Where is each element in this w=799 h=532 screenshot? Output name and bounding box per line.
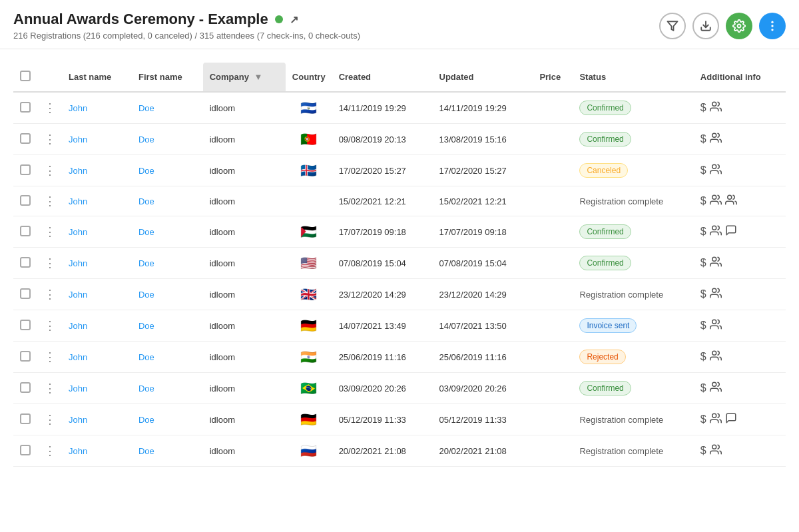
row-first-name[interactable]: Doe xyxy=(132,404,203,435)
row-menu-cell[interactable]: ⋮ xyxy=(37,124,62,155)
row-last-name[interactable]: John xyxy=(62,373,132,404)
row-checkbox-cell[interactable] xyxy=(13,373,37,404)
people-icon[interactable] xyxy=(710,443,722,458)
people-icon[interactable] xyxy=(710,287,722,302)
row-first-name[interactable]: Doe xyxy=(132,248,203,279)
row-checkbox[interactable] xyxy=(20,445,31,455)
row-first-name[interactable]: Doe xyxy=(132,124,203,155)
col-first-name[interactable]: First name xyxy=(132,63,203,92)
more-button[interactable] xyxy=(759,13,786,39)
row-menu-cell[interactable]: ⋮ xyxy=(37,279,62,310)
settings-button[interactable] xyxy=(726,13,752,39)
row-menu-dots[interactable]: ⋮ xyxy=(44,444,55,457)
last-name-link[interactable]: John xyxy=(69,103,87,113)
row-last-name[interactable]: John xyxy=(62,435,132,467)
row-last-name[interactable]: John xyxy=(62,186,132,216)
people-icon[interactable] xyxy=(710,381,722,396)
people-icon[interactable] xyxy=(710,318,722,333)
dollar-icon[interactable]: $ xyxy=(700,320,706,332)
dollar-icon[interactable]: $ xyxy=(700,382,706,394)
row-menu-cell[interactable]: ⋮ xyxy=(37,310,62,342)
dollar-icon[interactable]: $ xyxy=(700,164,706,176)
row-first-name[interactable]: Doe xyxy=(132,373,203,404)
external-link-icon[interactable]: ↗ xyxy=(290,13,298,26)
row-checkbox-cell[interactable] xyxy=(13,310,37,342)
row-menu-cell[interactable]: ⋮ xyxy=(37,216,62,248)
row-menu-dots[interactable]: ⋮ xyxy=(44,288,55,301)
row-menu-dots[interactable]: ⋮ xyxy=(44,256,55,270)
dollar-icon[interactable]: $ xyxy=(700,257,706,269)
col-company[interactable]: Company ▼ xyxy=(203,63,286,92)
row-menu-cell[interactable]: ⋮ xyxy=(37,404,62,435)
row-first-name[interactable]: Doe xyxy=(132,92,203,124)
row-first-name[interactable]: Doe xyxy=(132,186,203,216)
row-checkbox[interactable] xyxy=(20,413,31,424)
people-icon[interactable] xyxy=(710,224,722,239)
first-name-link[interactable]: Doe xyxy=(138,258,154,268)
col-updated[interactable]: Updated xyxy=(433,63,533,92)
row-checkbox[interactable] xyxy=(20,226,31,236)
row-last-name[interactable]: John xyxy=(62,279,132,310)
last-name-link[interactable]: John xyxy=(69,290,87,300)
row-last-name[interactable]: John xyxy=(62,342,132,373)
row-checkbox-cell[interactable] xyxy=(13,404,37,435)
col-additional-info[interactable]: Additional info xyxy=(694,63,786,92)
row-menu-dots[interactable]: ⋮ xyxy=(44,101,55,115)
export-button[interactable] xyxy=(692,13,719,39)
last-name-link[interactable]: John xyxy=(69,227,87,237)
row-menu-cell[interactable]: ⋮ xyxy=(37,92,62,124)
row-first-name[interactable]: Doe xyxy=(132,279,203,310)
row-last-name[interactable]: John xyxy=(62,92,132,124)
row-last-name[interactable]: John xyxy=(62,216,132,248)
row-checkbox-cell[interactable] xyxy=(13,155,37,186)
people-icon[interactable] xyxy=(710,412,722,427)
row-checkbox-cell[interactable] xyxy=(13,186,37,216)
row-first-name[interactable]: Doe xyxy=(132,342,203,373)
row-last-name[interactable]: John xyxy=(62,124,132,155)
first-name-link[interactable]: Doe xyxy=(138,166,154,176)
row-checkbox[interactable] xyxy=(20,164,31,175)
first-name-link[interactable]: Doe xyxy=(138,384,154,394)
people-icon[interactable] xyxy=(710,163,722,178)
first-name-link[interactable]: Doe xyxy=(138,134,154,144)
people-group-icon[interactable] xyxy=(710,194,722,208)
dollar-icon[interactable]: $ xyxy=(700,133,706,145)
col-price[interactable]: Price xyxy=(533,63,573,92)
last-name-link[interactable]: John xyxy=(69,196,87,206)
dollar-icon[interactable]: $ xyxy=(700,288,706,300)
row-menu-dots[interactable]: ⋮ xyxy=(44,133,55,146)
row-menu-cell[interactable]: ⋮ xyxy=(37,435,62,467)
first-name-link[interactable]: Doe xyxy=(138,227,154,237)
row-last-name[interactable]: John xyxy=(62,155,132,186)
row-menu-cell[interactable]: ⋮ xyxy=(37,342,62,373)
row-checkbox-cell[interactable] xyxy=(13,435,37,467)
last-name-link[interactable]: John xyxy=(69,384,87,394)
first-name-link[interactable]: Doe xyxy=(138,446,154,456)
row-menu-dots[interactable]: ⋮ xyxy=(44,350,55,364)
row-last-name[interactable]: John xyxy=(62,404,132,435)
col-last-name[interactable]: Last name xyxy=(62,63,132,92)
people-icon[interactable] xyxy=(725,194,737,208)
row-checkbox-cell[interactable] xyxy=(13,248,37,279)
row-checkbox-cell[interactable] xyxy=(13,216,37,248)
row-checkbox[interactable] xyxy=(20,195,31,206)
row-checkbox-cell[interactable] xyxy=(13,279,37,310)
row-first-name[interactable]: Doe xyxy=(132,310,203,342)
last-name-link[interactable]: John xyxy=(69,321,87,331)
select-all-header[interactable] xyxy=(13,63,37,92)
chat-icon[interactable] xyxy=(725,224,737,239)
row-menu-cell[interactable]: ⋮ xyxy=(37,186,62,216)
filter-button[interactable] xyxy=(659,13,686,39)
row-menu-dots[interactable]: ⋮ xyxy=(44,164,55,177)
dollar-icon[interactable]: $ xyxy=(700,351,706,363)
row-menu-dots[interactable]: ⋮ xyxy=(44,319,55,332)
col-country[interactable]: Country xyxy=(286,63,332,92)
row-menu-dots[interactable]: ⋮ xyxy=(44,225,55,238)
row-checkbox-cell[interactable] xyxy=(13,124,37,155)
row-checkbox[interactable] xyxy=(20,382,31,393)
row-checkbox[interactable] xyxy=(20,102,31,113)
last-name-link[interactable]: John xyxy=(69,446,87,456)
row-menu-cell[interactable]: ⋮ xyxy=(37,155,62,186)
people-icon[interactable] xyxy=(710,256,722,270)
first-name-link[interactable]: Doe xyxy=(138,103,154,113)
